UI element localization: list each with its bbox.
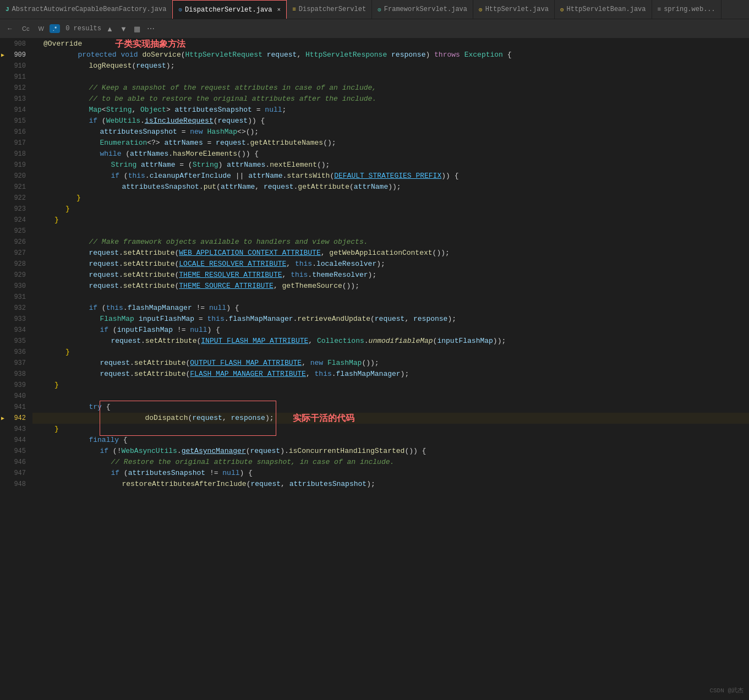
line-num-942: ▶ 942 — [0, 413, 30, 424]
line-num-911: 911 — [0, 72, 30, 83]
java-icon-1: J — [6, 6, 9, 13]
code-line-924: } — [32, 215, 749, 226]
line-num-939: 939 — [0, 380, 30, 391]
code-line-943: } — [32, 424, 749, 435]
line-num-941: 941 — [0, 402, 30, 413]
tab-dispatcher-servlet-java[interactable]: ⊙ DispatcherServlet.java × — [172, 0, 287, 19]
code-line-923: } — [32, 204, 749, 215]
tab-dispatcher-servlet-class[interactable]: ≡ DispatcherServlet — [287, 0, 372, 19]
watermark: CSDN @武杰 — [709, 686, 743, 694]
line-num-940: 940 — [0, 391, 30, 402]
tab-framework-servlet[interactable]: ⊙ FrameworkServlet.java — [372, 0, 473, 19]
line-num-947: 947 — [0, 468, 30, 479]
line-num-943: 943 — [0, 424, 30, 435]
line-num-934: 934 — [0, 325, 30, 336]
line-num-936: 936 — [0, 347, 30, 358]
line-num-916: 916 — [0, 127, 30, 138]
line-num-908: 908 — [0, 39, 30, 50]
code-line-948: restoreAttributesAfterInclude(request, a… — [32, 479, 749, 490]
line-num-931: 931 — [0, 292, 30, 303]
search-prev-button[interactable]: ▲ — [105, 24, 115, 34]
line-num-915: 915 — [0, 116, 30, 127]
code-line-939: } — [32, 380, 749, 391]
line-num-926: 926 — [0, 237, 30, 248]
line-num-913: 913 — [0, 94, 30, 105]
search-options: Cc W .* — [19, 24, 60, 33]
line-num-933: 933 — [0, 314, 30, 325]
line-num-930: 930 — [0, 281, 30, 292]
line-num-925: 925 — [0, 226, 30, 237]
search-more-button[interactable]: ⋯ — [145, 23, 156, 34]
search-bar: ← Cc W .* 0 results ▲ ▼ ▦ ⋯ — [0, 19, 749, 39]
java-icon-3: ⊙ — [378, 6, 381, 13]
line-num-924: 924 — [0, 215, 30, 226]
java-icon-5: ⊙ — [560, 6, 564, 13]
line-num-922: 922 — [0, 193, 30, 204]
code-area: 908 ▶ 909 910 911 912 913 914 915 916 91… — [0, 39, 749, 700]
line-num-921: 921 — [0, 182, 30, 193]
code-line-922: } — [32, 193, 749, 204]
code-line-910: logRequest(request); — [32, 61, 749, 72]
config-icon: ≡ — [658, 6, 661, 13]
tab-bar: J AbstractAutowireCapableBeanFactory.jav… — [0, 0, 749, 19]
line-num-909: ▶ 909 — [0, 50, 30, 61]
tab-http-servlet[interactable]: ⊙ HttpServlet.java — [473, 0, 555, 19]
line-num-937: 937 — [0, 358, 30, 369]
annotation-do-dispatch: 实际干活的代码 — [293, 413, 354, 424]
code-line-921: attributesSnapshot.put(attrName, request… — [32, 182, 749, 193]
line-num-938: 938 — [0, 369, 30, 380]
line-num-912: 912 — [0, 83, 30, 94]
tab-http-servlet-bean[interactable]: ⊙ HttpServletBean.java — [555, 0, 652, 19]
line-num-945: 945 — [0, 446, 30, 457]
tab-spring-web[interactable]: ≡ spring.web... — [652, 0, 721, 19]
search-whole-word-button[interactable]: W — [35, 24, 47, 33]
line-num-929: 929 — [0, 270, 30, 281]
line-num-919: 919 — [0, 160, 30, 171]
line-num-914: 914 — [0, 105, 30, 116]
tab-abstract-autowire[interactable]: J AbstractAutowireCapableBeanFactory.jav… — [0, 0, 172, 19]
search-next-button[interactable]: ▼ — [118, 24, 129, 34]
class-icon: ≡ — [292, 6, 296, 13]
line-num-923: 923 — [0, 204, 30, 215]
search-filter-button[interactable]: ▦ — [132, 24, 142, 34]
line-num-920: 920 — [0, 171, 30, 182]
line-num-910: 910 — [0, 61, 30, 72]
code-line-930: request.setAttribute(THEME_SOURCE_ATTRIB… — [32, 281, 749, 292]
code-line-935: request.setAttribute(INPUT_FLASH_MAP_ATT… — [32, 336, 749, 347]
tab-close-button[interactable]: × — [277, 7, 281, 13]
line-num-927: 927 — [0, 248, 30, 259]
line-num-944: 944 — [0, 435, 30, 446]
search-regex-button[interactable]: .* — [50, 24, 60, 33]
search-results-count: 0 results — [65, 25, 101, 32]
java-icon-4: ⊙ — [479, 6, 483, 13]
search-case-sensitive-button[interactable]: Cc — [19, 24, 32, 33]
code-line-938: request.setAttribute(FLASH_MAP_MANAGER_A… — [32, 369, 749, 380]
line-num-918: 918 — [0, 149, 30, 160]
line-num-946: 946 — [0, 457, 30, 468]
line-numbers: 908 ▶ 909 910 911 912 913 914 915 916 91… — [0, 39, 30, 700]
line-num-932: 932 — [0, 303, 30, 314]
code-content[interactable]: @Override 子类实现抽象方法 protected void doServ… — [30, 39, 749, 700]
line-num-948: 948 — [0, 479, 30, 490]
search-back-button[interactable]: ← — [4, 24, 15, 34]
line-num-917: 917 — [0, 138, 30, 149]
dispatcher-icon: ⊙ — [178, 6, 182, 13]
line-num-928: 928 — [0, 259, 30, 270]
code-line-942: doDispatch(request, response); 实际干活的代码 — [32, 413, 749, 424]
line-num-935: 935 — [0, 336, 30, 347]
